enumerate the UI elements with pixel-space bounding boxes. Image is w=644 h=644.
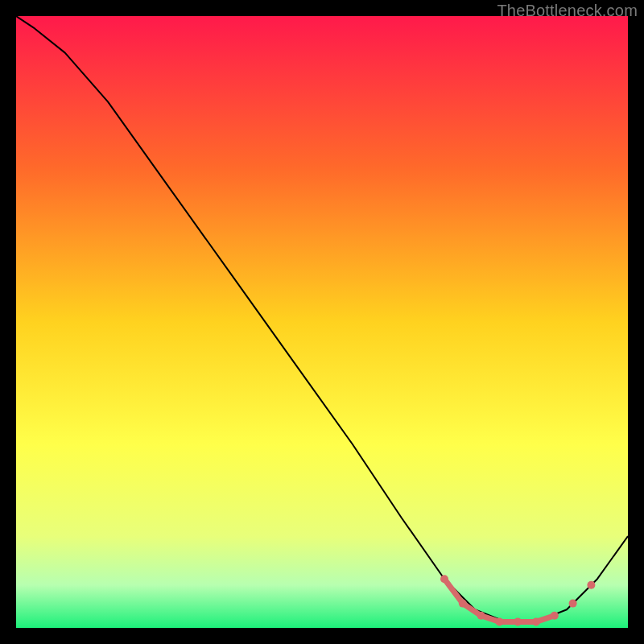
chart-frame: TheBottleneck.com — [0, 0, 644, 644]
marker-point — [569, 600, 577, 608]
marker-point — [587, 581, 595, 589]
marker-point — [514, 617, 522, 625]
chart-svg — [16, 16, 628, 628]
marker-point — [495, 617, 503, 625]
marker-point — [551, 612, 559, 620]
marker-point — [477, 612, 485, 620]
marker-point — [440, 575, 448, 583]
marker-point — [459, 600, 467, 608]
gradient-background — [16, 16, 628, 628]
plot-area — [16, 16, 628, 628]
marker-point — [532, 617, 540, 625]
